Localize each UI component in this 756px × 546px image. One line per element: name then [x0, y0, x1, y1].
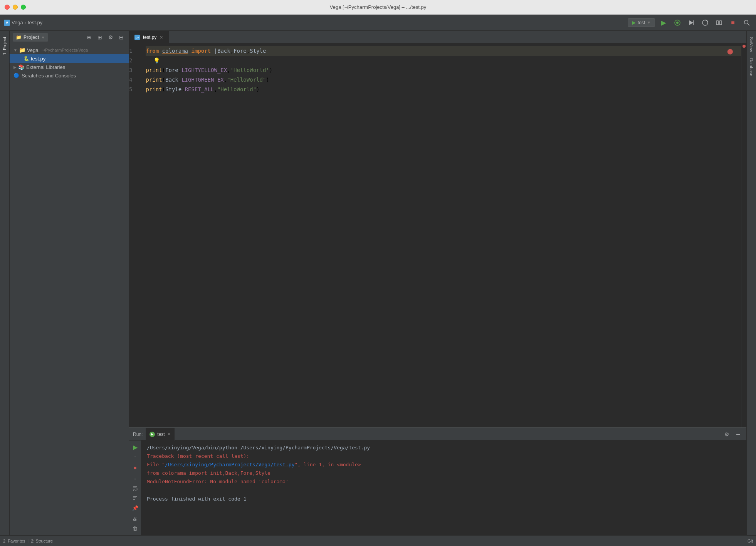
- console-scroll-down-btn[interactable]: ↓: [131, 473, 140, 482]
- console-line-4: from colorama import init,Back,Fore,Styl…: [147, 469, 741, 477]
- bottom-panel-content: ▶ ↑ ■ ↓: [129, 440, 746, 535]
- breadcrumb-file[interactable]: test.py: [28, 20, 42, 25]
- code-line-3[interactable]: print(Fore.LIGHTYELLOW_EX,'HelloWorld'): [146, 65, 741, 75]
- svg-marker-2: [689, 20, 693, 25]
- right-panel-tabs: SciView Database: [746, 31, 756, 535]
- line-number-5: 5: [129, 85, 132, 94]
- line-number-1: 1: [129, 46, 132, 56]
- console-trash-btn[interactable]: 🗑: [131, 524, 140, 533]
- search-button[interactable]: [741, 17, 752, 28]
- str-helloworld-5: "HelloWorld": [217, 86, 256, 92]
- concurrency-button[interactable]: [714, 17, 724, 28]
- run-tab-close-icon[interactable]: ✕: [167, 432, 171, 437]
- tab-testpy[interactable]: py test.py ✕: [129, 31, 169, 43]
- console-print-btn[interactable]: 🖨: [131, 514, 140, 523]
- vega-name: Vega: [27, 47, 39, 53]
- git-status: Git: [748, 539, 753, 543]
- console-sort-btn[interactable]: [131, 494, 140, 502]
- maximize-button[interactable]: [21, 5, 26, 10]
- code-line-4[interactable]: print(Back.LIGHTGREEN_EX,"HelloWorld"): [146, 75, 741, 85]
- extlibs-folder-icon: 📚: [18, 64, 25, 70]
- kw-import: import: [191, 48, 211, 54]
- favorites-status-tab[interactable]: 2: Favorites: [3, 539, 25, 543]
- console-line-3: File "/Users/xinying/PycharmProjects/Veg…: [147, 461, 741, 469]
- debug-button[interactable]: [672, 17, 683, 28]
- database-tab[interactable]: Database: [747, 55, 756, 79]
- editor-and-bottom: py test.py ✕ 1 2 3 4 5: [129, 31, 746, 535]
- left-status-tabs: 2: Favorites | 2: Structure: [3, 539, 53, 543]
- back-class: Back: [165, 77, 178, 83]
- minimize-button[interactable]: [13, 5, 18, 10]
- tree-item-external-libs[interactable]: ▶ 📚 External Libraries: [10, 63, 129, 71]
- module-colorama: colorama: [162, 48, 188, 54]
- sidebar-settings-icon[interactable]: ⚙: [106, 33, 115, 42]
- sidebar-item-project[interactable]: 1: Project: [0, 34, 9, 58]
- project-tree: ▼ 📁 Vega ~/PycharmProjects/Vega 🐍 test.p…: [10, 44, 129, 535]
- bottom-left-actions: ▶ ↑ ■ ↓: [129, 440, 141, 535]
- console-pin-btn[interactable]: 📌: [131, 504, 140, 513]
- svg-line-8: [748, 23, 750, 25]
- run-tab-test[interactable]: ▶ test ✕: [146, 428, 175, 440]
- import-back: Back: [217, 48, 230, 54]
- console-file-link[interactable]: /Users/xinying/PycharmProjects/Vega/test…: [165, 462, 295, 467]
- code-content: 1 2 3 4 5 from colorama: [129, 43, 746, 427]
- console-minimize-icon[interactable]: ─: [734, 430, 743, 439]
- svg-rect-6: [719, 21, 722, 25]
- console-scroll-up-btn[interactable]: ↑: [131, 453, 140, 461]
- sidebar-add-icon[interactable]: ⊕: [85, 33, 93, 42]
- console-line-1: /Users/xinying/Vega/bin/python /Users/xi…: [147, 444, 741, 452]
- tree-item-vega[interactable]: ▼ 📁 Vega ~/PycharmProjects/Vega: [10, 46, 129, 54]
- bottom-panel: Run: ▶ test ✕ ⚙ ─ ▶ ↑ ■: [129, 427, 746, 535]
- fore-attr: LIGHTYELLOW_EX: [181, 67, 227, 73]
- str-helloworld-3: 'HelloWorld': [230, 67, 269, 73]
- left-panel-tabs: 1: Project: [0, 31, 10, 535]
- sciview-tab[interactable]: SciView: [747, 34, 756, 55]
- code-line-1[interactable]: from colorama import |Back,Fore,Style ⬤: [146, 46, 741, 56]
- stop-button[interactable]: ■: [727, 17, 738, 28]
- profile-button[interactable]: [700, 17, 711, 28]
- import-style: Style: [250, 48, 266, 54]
- traffic-lights: [5, 5, 26, 10]
- breadcrumb-project[interactable]: Vega: [12, 20, 23, 25]
- run-with-coverage-button[interactable]: [686, 17, 697, 28]
- code-line-2[interactable]: 💡: [146, 56, 741, 65]
- run-config-selector[interactable]: ▶ test ▼: [628, 18, 655, 27]
- breadcrumb-sep: ›: [25, 20, 26, 25]
- console-stop-btn[interactable]: ■: [131, 463, 140, 472]
- vega-path: ~/PycharmProjects/Vega: [42, 48, 88, 52]
- sidebar-gear-icon[interactable]: ⊞: [96, 33, 104, 42]
- testpy-file-icon: 🐍: [24, 56, 29, 61]
- tab-file-icon: py: [134, 35, 140, 40]
- workspace: 1: Project 📁 Project ▼ ⊕ ⊞ ⚙ ⊟ ▼ 📁: [0, 31, 756, 535]
- vega-arrow-icon: ▼: [13, 48, 17, 52]
- tree-item-scratches[interactable]: 🔵 Scratches and Consoles: [10, 71, 129, 80]
- window-title: Vega [~/PycharmProjects/Vega] – .../test…: [330, 4, 426, 10]
- line-number-2: 2: [129, 56, 132, 65]
- structure-status-tab[interactable]: 2: Structure: [31, 539, 53, 543]
- vega-folder-icon: 📁: [19, 47, 25, 53]
- testpy-name: test.py: [31, 56, 45, 62]
- console-line-2: Traceback (most recent call last):: [147, 452, 741, 461]
- gutter-error-dot: [743, 45, 746, 48]
- func-print-3: print: [146, 67, 162, 73]
- extlibs-name: External Libraries: [26, 64, 65, 70]
- titlebar: Vega [~/PycharmProjects/Vega] – .../test…: [0, 0, 756, 15]
- scratches-icon: 🔵: [13, 73, 19, 78]
- close-button[interactable]: [5, 5, 10, 10]
- project-tab[interactable]: 📁 Project ▼: [13, 33, 48, 42]
- style-class: Style: [165, 86, 181, 92]
- warning-bulb-icon[interactable]: 💡: [146, 57, 160, 64]
- tab-close-icon[interactable]: ✕: [160, 35, 163, 40]
- tree-item-testpy[interactable]: 🐍 test.py: [10, 54, 129, 63]
- sidebar: 📁 Project ▼ ⊕ ⊞ ⚙ ⊟ ▼ 📁 Vega ~/PycharmPr…: [10, 31, 129, 535]
- run-tab-icon: ▶: [150, 432, 155, 437]
- sidebar-collapse-icon[interactable]: ⊟: [117, 33, 126, 42]
- svg-point-1: [676, 22, 679, 24]
- console-wrap-btn[interactable]: [131, 484, 140, 492]
- console-settings-icon[interactable]: ⚙: [722, 430, 731, 439]
- code-line-5[interactable]: print(Style.RESET_ALL,"HelloWorld"): [146, 85, 741, 94]
- run-button[interactable]: ▶: [658, 17, 669, 28]
- code-editor[interactable]: 1 2 3 4 5 from colorama: [129, 43, 746, 427]
- console-output: /Users/xinying/Vega/bin/python /Users/xi…: [141, 440, 746, 535]
- console-run-btn[interactable]: ▶: [131, 443, 140, 451]
